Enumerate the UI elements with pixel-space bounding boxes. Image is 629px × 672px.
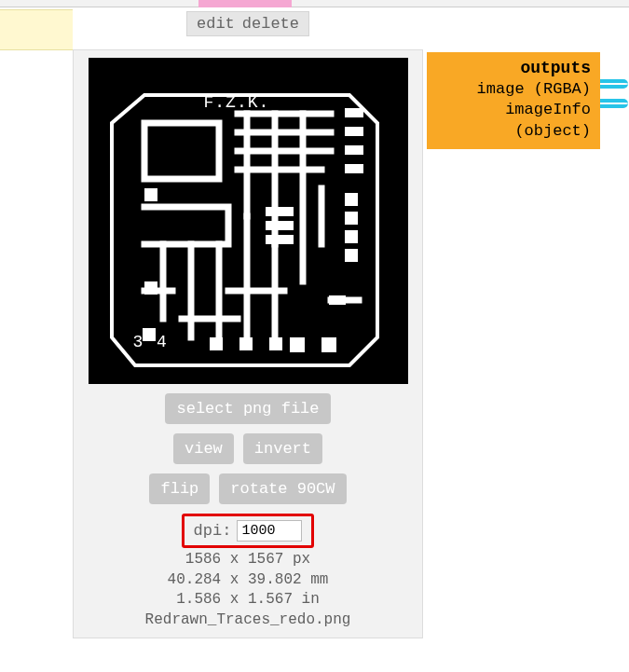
select-png-button[interactable]: select png file xyxy=(165,393,330,424)
rotate-button[interactable]: rotate 90CW xyxy=(219,473,346,504)
view-button[interactable]: view xyxy=(173,433,234,464)
left-node-hint xyxy=(0,9,73,50)
size-in: 1.586 x 1.567 in xyxy=(176,590,320,610)
svg-rect-8 xyxy=(144,281,157,295)
invert-button[interactable]: invert xyxy=(243,433,322,464)
svg-rect-17 xyxy=(266,221,294,230)
svg-rect-14 xyxy=(239,337,253,350)
dpi-label: dpi: xyxy=(194,522,232,540)
filename: Redrawn_Traces_redo.png xyxy=(145,610,351,631)
output-image[interactable]: image (RGBA) xyxy=(436,79,591,100)
svg-rect-12 xyxy=(329,295,346,305)
pcb-label-fzk: F.Z.K. xyxy=(204,93,270,112)
svg-rect-16 xyxy=(266,207,294,216)
edit-link[interactable]: edit xyxy=(197,15,235,33)
outputs-node[interactable]: outputs image (RGBA) imageInfo (object) xyxy=(427,52,600,149)
wire-imageinfo xyxy=(600,99,628,108)
wire-image xyxy=(600,79,628,89)
svg-rect-4 xyxy=(345,193,358,206)
svg-rect-19 xyxy=(144,188,157,201)
image-panel: F.Z.K. 3 4 select png file view invert f… xyxy=(73,49,423,638)
svg-rect-0 xyxy=(345,108,363,117)
delete-link[interactable]: delete xyxy=(242,15,299,33)
dpi-field-highlight: dpi: xyxy=(182,514,315,548)
svg-rect-2 xyxy=(345,145,363,155)
output-imageinfo[interactable]: imageInfo (object) xyxy=(436,100,591,141)
size-px: 1586 x 1567 px xyxy=(185,550,310,570)
svg-rect-6 xyxy=(345,230,358,243)
svg-rect-13 xyxy=(210,337,223,350)
dpi-input[interactable] xyxy=(237,520,302,542)
top-strip xyxy=(0,0,629,7)
svg-rect-3 xyxy=(345,164,363,173)
pcb-label-34: 3 4 xyxy=(133,333,169,351)
outputs-title: outputs xyxy=(436,58,591,79)
size-mm: 40.284 x 39.802 mm xyxy=(168,570,329,591)
node-toolbar: edit delete xyxy=(186,11,309,36)
svg-rect-7 xyxy=(345,249,358,262)
svg-rect-5 xyxy=(345,212,358,225)
svg-rect-1 xyxy=(345,127,363,136)
svg-rect-15 xyxy=(269,337,282,350)
pcb-preview[interactable]: F.Z.K. 3 4 xyxy=(89,58,408,384)
svg-rect-11 xyxy=(321,337,336,352)
tab-marker xyxy=(198,0,292,7)
flip-button[interactable]: flip xyxy=(149,473,210,504)
svg-rect-18 xyxy=(266,235,294,244)
svg-rect-10 xyxy=(290,337,305,352)
